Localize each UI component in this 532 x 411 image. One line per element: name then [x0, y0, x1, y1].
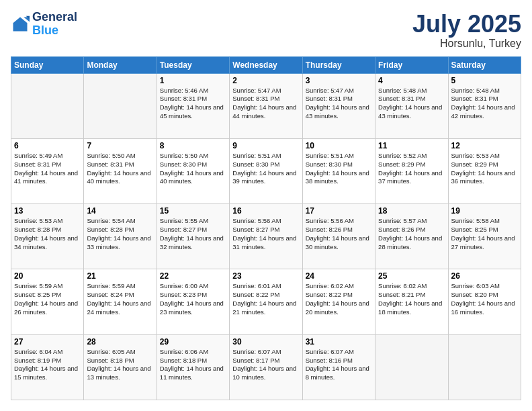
calendar-cell: [84, 73, 157, 138]
calendar-cell: 30 Sunrise: 6:07 AM Sunset: 8:17 PM Dayl…: [230, 334, 302, 400]
calendar-week-3: 13 Sunrise: 5:53 AM Sunset: 8:28 PM Dayl…: [11, 204, 521, 269]
calendar-cell: [11, 73, 84, 138]
sunrise-text: Sunrise: 5:59 AM: [87, 282, 135, 289]
calendar-cell: 14 Sunrise: 5:54 AM Sunset: 8:28 PM Dayl…: [84, 204, 157, 269]
day-number: 25: [378, 271, 445, 281]
day-number: 22: [160, 271, 226, 281]
calendar-cell: 18 Sunrise: 5:57 AM Sunset: 8:26 PM Dayl…: [375, 204, 448, 269]
day-number: 27: [14, 337, 81, 347]
daylight-text: Daylight: 14 hours and 37 minutes.: [378, 169, 442, 185]
calendar-cell: 1 Sunrise: 5:46 AM Sunset: 8:31 PM Dayli…: [157, 73, 229, 138]
sunrise-text: Sunrise: 6:05 AM: [87, 348, 135, 355]
sunrise-text: Sunrise: 6:06 AM: [160, 348, 208, 355]
day-number: 4: [378, 76, 445, 85]
daylight-text: Daylight: 14 hours and 31 minutes.: [232, 234, 296, 250]
sunset-text: Sunset: 8:23 PM: [160, 291, 207, 298]
calendar-cell: [448, 334, 521, 400]
sunrise-text: Sunrise: 6:07 AM: [232, 348, 281, 355]
day-info: Sunrise: 5:47 AM Sunset: 8:31 PM Dayligh…: [306, 87, 372, 121]
day-info: Sunrise: 6:05 AM Sunset: 8:18 PM Dayligh…: [87, 348, 153, 382]
daylight-text: Daylight: 14 hours and 32 minutes.: [160, 234, 224, 250]
day-number: 1: [160, 76, 226, 85]
sunset-text: Sunset: 8:26 PM: [306, 226, 353, 233]
day-info: Sunrise: 5:47 AM Sunset: 8:31 PM Dayligh…: [232, 87, 299, 121]
daylight-text: Daylight: 14 hours and 10 minutes.: [232, 365, 296, 381]
day-number: 11: [378, 141, 445, 150]
sunrise-text: Sunrise: 5:50 AM: [160, 152, 208, 159]
logo-line2: Blue: [32, 24, 58, 37]
calendar-cell: 19 Sunrise: 5:58 AM Sunset: 8:25 PM Dayl…: [448, 204, 521, 269]
header: General Blue July 2025 Horsunlu, Turkey: [11, 11, 521, 50]
sunset-text: Sunset: 8:31 PM: [306, 95, 353, 102]
sunset-text: Sunset: 8:18 PM: [87, 357, 134, 364]
day-info: Sunrise: 5:53 AM Sunset: 8:28 PM Dayligh…: [14, 217, 81, 251]
day-info: Sunrise: 5:56 AM Sunset: 8:26 PM Dayligh…: [306, 217, 372, 251]
calendar-cell: 17 Sunrise: 5:56 AM Sunset: 8:26 PM Dayl…: [302, 204, 375, 269]
daylight-text: Daylight: 14 hours and 26 minutes.: [14, 300, 78, 316]
day-info: Sunrise: 5:56 AM Sunset: 8:27 PM Dayligh…: [232, 217, 299, 251]
day-number: 23: [232, 271, 299, 281]
day-info: Sunrise: 5:55 AM Sunset: 8:27 PM Dayligh…: [160, 217, 226, 251]
day-number: 2: [232, 76, 299, 85]
calendar-week-2: 6 Sunrise: 5:49 AM Sunset: 8:31 PM Dayli…: [11, 138, 521, 203]
day-number: 5: [451, 76, 518, 85]
daylight-text: Daylight: 14 hours and 15 minutes.: [14, 365, 78, 381]
page: General Blue July 2025 Horsunlu, Turkey …: [0, 0, 532, 411]
col-monday: Monday: [84, 56, 157, 73]
sunrise-text: Sunrise: 5:54 AM: [87, 217, 135, 224]
sunrise-text: Sunrise: 6:00 AM: [160, 282, 208, 289]
day-number: 9: [232, 141, 299, 150]
day-info: Sunrise: 6:03 AM Sunset: 8:20 PM Dayligh…: [451, 282, 518, 316]
sunset-text: Sunset: 8:20 PM: [451, 291, 498, 298]
sunset-text: Sunset: 8:31 PM: [378, 95, 425, 102]
daylight-text: Daylight: 14 hours and 16 minutes.: [451, 300, 515, 316]
sunrise-text: Sunrise: 5:48 AM: [378, 87, 427, 94]
day-number: 17: [306, 206, 372, 216]
logo-icon: [11, 15, 30, 34]
calendar-cell: 16 Sunrise: 5:56 AM Sunset: 8:27 PM Dayl…: [230, 204, 302, 269]
sunset-text: Sunset: 8:16 PM: [306, 357, 353, 364]
day-number: 20: [14, 271, 81, 281]
logo-text: General Blue: [32, 11, 77, 38]
day-number: 10: [306, 141, 372, 150]
sunrise-text: Sunrise: 5:56 AM: [306, 217, 354, 224]
sunset-text: Sunset: 8:29 PM: [451, 161, 498, 168]
daylight-text: Daylight: 14 hours and 40 minutes.: [160, 169, 224, 185]
day-info: Sunrise: 5:50 AM Sunset: 8:31 PM Dayligh…: [87, 152, 153, 186]
logo-line1: General: [32, 11, 77, 24]
day-number: 21: [87, 271, 153, 281]
sunrise-text: Sunrise: 5:47 AM: [232, 87, 281, 94]
sunset-text: Sunset: 8:25 PM: [451, 226, 498, 233]
day-info: Sunrise: 6:06 AM Sunset: 8:18 PM Dayligh…: [160, 348, 226, 382]
daylight-text: Daylight: 14 hours and 44 minutes.: [232, 103, 296, 120]
sunrise-text: Sunrise: 6:07 AM: [306, 348, 354, 355]
sunrise-text: Sunrise: 5:59 AM: [14, 282, 62, 289]
day-number: 29: [160, 337, 226, 347]
day-number: 18: [378, 206, 445, 216]
calendar-cell: 24 Sunrise: 6:02 AM Sunset: 8:22 PM Dayl…: [302, 269, 375, 334]
day-info: Sunrise: 5:50 AM Sunset: 8:30 PM Dayligh…: [160, 152, 226, 186]
calendar-cell: 28 Sunrise: 6:05 AM Sunset: 8:18 PM Dayl…: [84, 334, 157, 400]
sunrise-text: Sunrise: 5:57 AM: [378, 217, 427, 224]
day-info: Sunrise: 6:02 AM Sunset: 8:22 PM Dayligh…: [306, 282, 372, 316]
daylight-text: Daylight: 14 hours and 11 minutes.: [160, 365, 224, 381]
daylight-text: Daylight: 14 hours and 30 minutes.: [306, 234, 369, 250]
sunset-text: Sunset: 8:31 PM: [160, 95, 207, 102]
sunrise-text: Sunrise: 5:55 AM: [160, 217, 208, 224]
calendar-cell: 13 Sunrise: 5:53 AM Sunset: 8:28 PM Dayl…: [11, 204, 84, 269]
sunrise-text: Sunrise: 6:04 AM: [14, 348, 62, 355]
day-info: Sunrise: 5:48 AM Sunset: 8:31 PM Dayligh…: [378, 87, 445, 121]
svg-marker-0: [13, 17, 28, 31]
sunrise-text: Sunrise: 5:47 AM: [306, 87, 354, 94]
sunrise-text: Sunrise: 6:02 AM: [306, 282, 354, 289]
logo: General Blue: [11, 11, 77, 38]
col-tuesday: Tuesday: [157, 56, 229, 73]
sunset-text: Sunset: 8:30 PM: [160, 161, 207, 168]
sunset-text: Sunset: 8:27 PM: [232, 226, 279, 233]
day-info: Sunrise: 5:59 AM Sunset: 8:25 PM Dayligh…: [14, 282, 81, 316]
daylight-text: Daylight: 14 hours and 33 minutes.: [87, 234, 150, 250]
sunset-text: Sunset: 8:28 PM: [87, 226, 134, 233]
day-number: 14: [87, 206, 153, 216]
sunrise-text: Sunrise: 5:46 AM: [160, 87, 208, 94]
calendar-cell: 9 Sunrise: 5:51 AM Sunset: 8:30 PM Dayli…: [230, 138, 302, 203]
